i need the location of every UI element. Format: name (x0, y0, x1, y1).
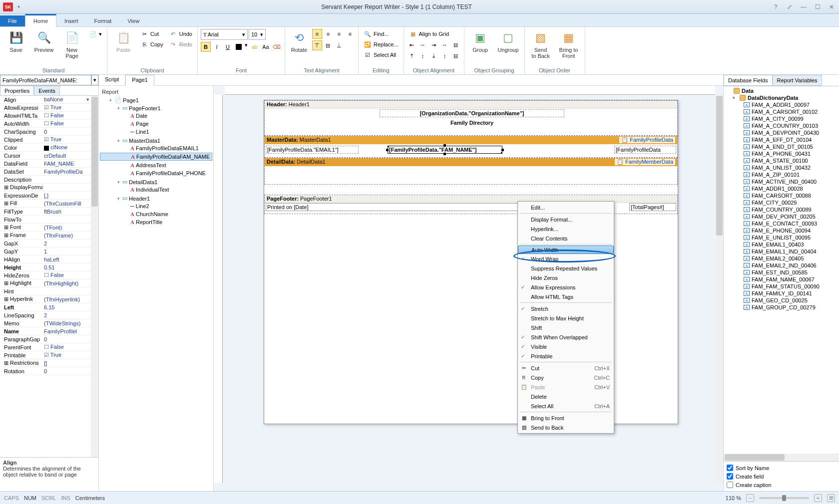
detail-link[interactable]: 📋 FamilyMemberData (615, 159, 675, 165)
ungroup-button[interactable]: ▢Ungroup (495, 29, 521, 54)
tab-insert[interactable]: Insert (56, 15, 86, 26)
selection-handle[interactable] (443, 144, 446, 147)
sort-by-name-checkbox[interactable]: Sort by Name (727, 464, 836, 472)
undo-button[interactable]: ↶Undo (167, 29, 194, 39)
font-color-button[interactable] (234, 42, 244, 52)
prop-row-DisplayForma[interactable]: ⊞ DisplayForma (0, 184, 98, 192)
tab-home[interactable]: Home (25, 14, 56, 27)
selection-handle[interactable] (501, 149, 504, 151)
field-org-name[interactable]: [OrganizationData."OrganizationName"] (380, 109, 564, 117)
menu-item-hyperlink-[interactable]: Hyperlink... (518, 224, 614, 234)
db-field-FAM_E_UNLIST_00095[interactable]: AFAM_E_UNLIST_00095 (725, 234, 838, 241)
db-field-FAM_ACTIVE_IND_00400[interactable]: AFAM_ACTIVE_IND_00400 (725, 178, 838, 185)
copy-button[interactable]: ⎘Copy (138, 39, 165, 49)
zoom-slider[interactable] (759, 497, 809, 499)
zoom-fit-button[interactable]: ⊞ (827, 494, 835, 502)
db-field-FAM_ADDR1_00028[interactable]: AFAM_ADDR1_00028 (725, 185, 838, 192)
menu-item-visible[interactable]: ✓Visible (518, 342, 614, 351)
zoom-in-button[interactable]: + (814, 494, 822, 502)
db-dict-node[interactable]: ▾DataDictionaryData (725, 94, 838, 101)
tree-item-DetailData1[interactable]: ▾▭DetailData1 (100, 178, 212, 186)
new-page-button[interactable]: 📄 New Page (59, 29, 85, 60)
format-button[interactable]: Aa (261, 42, 271, 52)
tree-item-ChurchName[interactable]: AChurchName (100, 211, 212, 218)
db-field-FAM_A_PHONE_00431[interactable]: AFAM_A_PHONE_00431 (725, 150, 838, 157)
find-button[interactable]: 🔍Find... (362, 29, 401, 39)
replace-button[interactable]: 🔁Replace... (362, 39, 401, 49)
underline-button[interactable]: U (223, 42, 233, 52)
prop-row-Left[interactable]: Left6.15 (0, 303, 98, 311)
create-caption-checkbox[interactable]: Create caption (727, 481, 836, 489)
align-obj-vcenter[interactable]: ⊟ (451, 51, 461, 61)
db-field-FAM_A_ZIP_00101[interactable]: AFAM_A_ZIP_00101 (725, 171, 838, 178)
prop-row-CharSpacing[interactable]: CharSpacing0 (0, 128, 98, 136)
db-field-FAM_FAMILY_ID_00141[interactable]: AFAM_FAMILY_ID_00141 (725, 290, 838, 297)
tree-item-Line2[interactable]: ─Line2 (100, 203, 212, 210)
menu-item-clear-contents[interactable]: Clear Contents (518, 234, 614, 243)
menu-item-shift[interactable]: Shift (518, 323, 614, 332)
send-to-back-button[interactable]: ▧Send to Back (528, 29, 554, 60)
prop-row-AutoWidth[interactable]: AutoWidthFalse (0, 120, 98, 128)
tree-item-Date[interactable]: ADate (100, 112, 212, 119)
database-tree[interactable]: Data ▾DataDictionaryData AFAM_A_ADDR1_00… (724, 86, 839, 454)
menu-item-delete[interactable]: Delete (518, 392, 614, 401)
prop-row-FillType[interactable]: FillTypeftBrush (0, 208, 98, 216)
tree-item-Header1[interactable]: ▾▭Header1 (100, 195, 212, 202)
italic-button[interactable]: I (212, 42, 222, 52)
db-field-FAM_A_CITY_00099[interactable]: AFAM_A_CITY_00099 (725, 115, 838, 122)
context-menu[interactable]: Edit...Display Format...Hyperlink...Clea… (517, 201, 614, 434)
field-email[interactable]: [FamilyProfileData."EMAIL1"] (266, 146, 359, 154)
menu-item-allow-expressions[interactable]: ✓Allow Expressions (518, 282, 614, 292)
align-center-button[interactable]: ≡ (323, 29, 333, 39)
designer-scrollbar[interactable] (716, 95, 723, 483)
prop-row-Frame[interactable]: ⊞ Frame(TfrxFrame) (0, 232, 98, 240)
menu-item-shift-when-overlapped[interactable]: ✓Shift When Overlapped (518, 332, 614, 342)
selection-handle[interactable] (443, 153, 446, 155)
menu-item-allow-html-tags[interactable]: Allow HTML Tags (518, 292, 614, 301)
prop-row-Height[interactable]: Height0.51 (0, 263, 98, 271)
menu-item-auto-width[interactable]: Auto Width (518, 246, 614, 254)
band-master[interactable]: MasterData: MasterData1📋 FamilyProfileDa… (264, 136, 678, 158)
prop-row-AllowExpressi[interactable]: AllowExpressiTrue (0, 104, 98, 112)
prop-row-FlowTo[interactable]: FlowTo (0, 216, 98, 224)
zoom-out-button[interactable]: − (746, 494, 754, 502)
tree-item-Page[interactable]: APage (100, 120, 212, 127)
prop-row-ExpressionDe[interactable]: ExpressionDe[,] (0, 192, 98, 200)
menu-item-cut[interactable]: ✂CutCtrl+X (518, 363, 614, 373)
field-other[interactable]: [FamilyProfileData (614, 146, 676, 154)
prop-row-GapY[interactable]: GapY1 (0, 248, 98, 255)
db-field-FAM_A_END_DT_00105[interactable]: AFAM_A_END_DT_00105 (725, 143, 838, 150)
align-obj-bottom[interactable]: ⇣ (429, 51, 439, 61)
db-field-FAM_EMAIL1_IND_00404[interactable]: AFAM_EMAIL1_IND_00404 (725, 248, 838, 255)
db-field-FAM_A_EFF_DT_00104[interactable]: AFAM_A_EFF_DT_00104 (725, 136, 838, 143)
db-field-FAM_A_ADDR1_00097[interactable]: AFAM_A_ADDR1_00097 (725, 101, 838, 108)
report-page[interactable]: Header: Header1 [OrganizationData."Organ… (264, 100, 678, 424)
db-field-FAM_A_STATE_00100[interactable]: AFAM_A_STATE_00100 (725, 157, 838, 164)
tab-file[interactable]: File (0, 15, 25, 26)
align-obj-center[interactable]: ↔ (418, 40, 428, 50)
minimize-icon[interactable]: — (799, 2, 808, 11)
font-family-combo[interactable]: TArial▾ (201, 29, 248, 40)
menu-item-stretch-to-max-height[interactable]: Stretch to Max Height (518, 313, 614, 323)
db-root-node[interactable]: Data (725, 87, 838, 94)
tree-item-AddressText[interactable]: AAddressText (100, 162, 212, 169)
db-field-FAM_E_CONTACT_00093[interactable]: AFAM_E_CONTACT_00093 (725, 220, 838, 227)
db-field-FAM_EST_IND_00585[interactable]: AFAM_EST_IND_00585 (725, 269, 838, 276)
close-icon[interactable]: ✕ (827, 2, 836, 11)
tree-item-Line1[interactable]: ─Line1 (100, 128, 212, 135)
help-icon[interactable]: ? (771, 2, 780, 11)
tree-item-FamilyProfileDataEMAIL1[interactable]: AFamilyProfileDataEMAIL1 (100, 145, 212, 152)
menu-item-bring-to-front[interactable]: ▦Bring to Front (518, 413, 614, 423)
prop-row-Name[interactable]: NameFamilyProfilel (0, 327, 98, 335)
selector-dropdown[interactable]: ▾ (91, 75, 98, 85)
prop-row-GapX[interactable]: GapX2 (0, 240, 98, 248)
tab-page1[interactable]: Page1 (125, 75, 154, 86)
tab-view[interactable]: View (119, 15, 147, 26)
prop-row-HideZeros[interactable]: HideZerosFalse (0, 271, 98, 279)
font-size-combo[interactable]: 10▾ (249, 29, 266, 40)
qat-dropdown-icon[interactable]: ▾ (15, 3, 22, 10)
align-obj-top[interactable]: ⇡ (407, 51, 417, 61)
valign-top-button[interactable]: ⊤ (312, 40, 322, 50)
tree-item-MasterData1[interactable]: ▾▭MasterData1 (100, 137, 212, 144)
tree-item-IndividualText[interactable]: AIndividualText (100, 186, 212, 193)
